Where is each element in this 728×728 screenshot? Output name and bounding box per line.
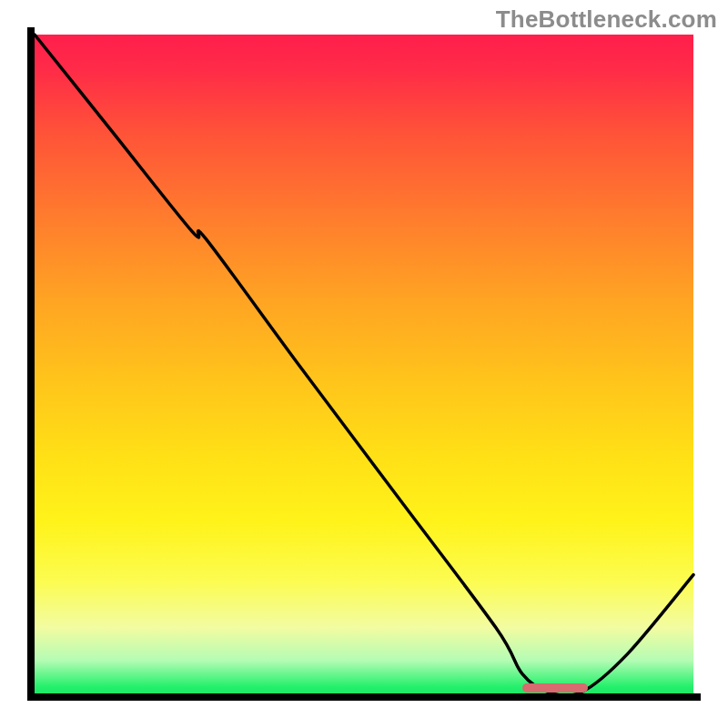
bottleneck-curve-path [35,35,693,696]
x-axis-line [27,693,701,701]
watermark-text: TheBottleneck.com [496,5,717,34]
optimal-range-marker [522,683,588,693]
chart-plot-area [35,35,693,693]
y-axis-line [27,27,35,701]
bottleneck-curve-svg [35,35,693,693]
